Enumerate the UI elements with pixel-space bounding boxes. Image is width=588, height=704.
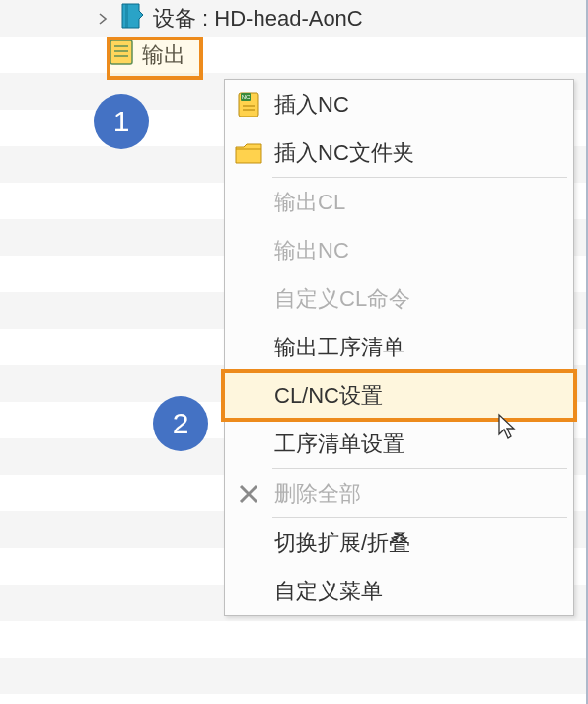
menu-label: 输出工序清单	[274, 333, 404, 362]
menu-label: 自定义CL命令	[274, 284, 410, 314]
folder-icon	[229, 141, 268, 165]
menu-item-custom-menu[interactable]: 自定义菜单	[225, 567, 573, 615]
menu-item-insert-nc[interactable]: NC 插入NC	[225, 80, 573, 128]
menu-label: 插入NC文件夹	[274, 138, 414, 168]
menu-item-insert-nc-folder[interactable]: 插入NC文件夹	[225, 128, 573, 177]
menu-label: 插入NC	[274, 90, 349, 119]
close-icon	[229, 483, 268, 505]
menu-item-output-nc: 输出NC	[225, 226, 573, 274]
annotation-badge-1: 1	[94, 94, 149, 149]
svg-text:NC: NC	[242, 94, 251, 100]
menu-item-cl-nc-settings[interactable]: CL/NC设置	[225, 371, 573, 420]
menu-label: 输出NC	[274, 236, 349, 266]
device-icon	[117, 1, 153, 36]
mouse-cursor-icon	[497, 413, 517, 440]
menu-label: 自定义菜单	[274, 577, 383, 606]
menu-label: 工序清单设置	[274, 430, 404, 459]
device-label: 设备 : HD-head-AonC	[153, 4, 363, 34]
chevron-right-icon[interactable]	[94, 10, 111, 28]
menu-label: CL/NC设置	[274, 381, 383, 411]
menu-item-toggle-expand-collapse[interactable]: 切换扩展/折叠	[225, 518, 573, 567]
output-label: 输出	[142, 40, 185, 70]
menu-label: 删除全部	[274, 479, 361, 508]
svg-rect-1	[110, 40, 132, 64]
menu-item-process-list-settings[interactable]: 工序清单设置	[225, 420, 573, 468]
menu-label: 输出CL	[274, 188, 345, 217]
nc-doc-icon: NC	[229, 90, 268, 119]
menu-label: 切换扩展/折叠	[274, 528, 410, 558]
menu-item-output-process-list[interactable]: 输出工序清单	[225, 323, 573, 371]
menu-item-custom-cl-command: 自定义CL命令	[225, 274, 573, 323]
annotation-badge-2: 2	[153, 396, 208, 451]
menu-item-delete-all: 删除全部	[225, 469, 573, 517]
menu-item-output-cl: 输出CL	[225, 178, 573, 226]
context-menu: NC 插入NC 插入NC文件夹 输出CL 输出NC 自定义CL命令 输出工序清单	[224, 79, 574, 616]
tree-item-output[interactable]: 输出	[109, 37, 185, 73]
tree-item-device[interactable]: 设备 : HD-head-AonC	[94, 0, 363, 37]
svg-rect-0	[125, 4, 128, 28]
output-doc-icon	[109, 39, 142, 71]
